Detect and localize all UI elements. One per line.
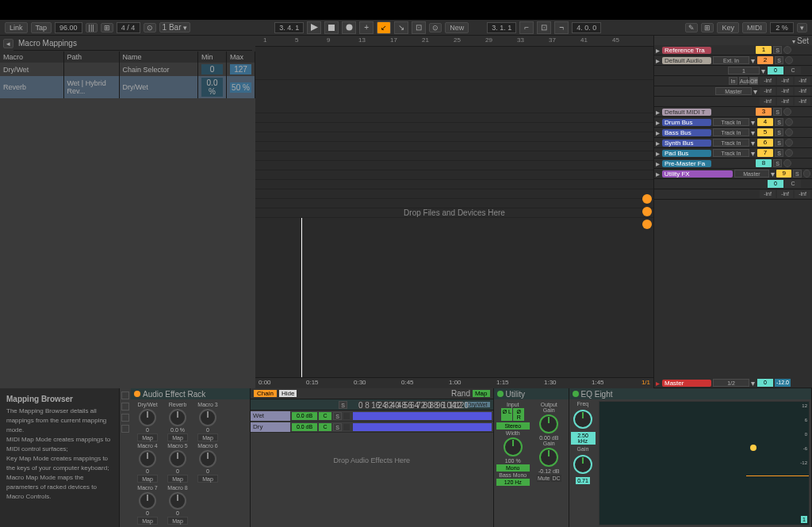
reenable-automation-icon[interactable]: ↘ [394, 21, 408, 34]
bar-ruler[interactable]: 159131721252933374145 [255, 36, 653, 47]
time-ruler[interactable]: 1/1 0:000:150:300:451:001:151:301:45 [255, 377, 653, 388]
phase-r-button[interactable]: Ø R [513, 408, 524, 421]
tap-button[interactable]: Tap [31, 22, 52, 33]
track-header[interactable]: ▸Default AudioExt. In▾2S [654, 55, 812, 66]
timesig-field[interactable]: 4 / 4 [117, 22, 140, 33]
map-button[interactable]: Map [197, 475, 218, 483]
loop-start[interactable]: 3. 1. 1 [487, 22, 516, 33]
phase-l-button[interactable]: Ø L [501, 408, 512, 421]
freq-knob[interactable] [573, 410, 592, 429]
track-header[interactable]: ▸Pad BusTrack In▾7S [654, 148, 812, 158]
macro-knob[interactable]: Macro 60Map [193, 443, 222, 483]
mixer-toggle-icon[interactable] [642, 220, 652, 229]
record-button[interactable] [342, 21, 356, 34]
map-button[interactable]: Map [137, 475, 158, 483]
metronome-icon[interactable]: ||| [86, 23, 98, 32]
chain-volume[interactable]: 0.0 dB [292, 423, 317, 431]
mute-button[interactable]: Mute [537, 475, 551, 482]
chain-hot-swap-icon[interactable] [343, 413, 350, 419]
mapping-row[interactable]: Dry/Wet Chain Selector 0 127 [0, 63, 255, 76]
chain-row[interactable]: Dry 0.0 dB C S [251, 422, 493, 433]
col-min[interactable]: Min [198, 52, 227, 63]
loop-icon[interactable]: ⊡ [537, 21, 551, 34]
io-toggle-icon[interactable] [642, 194, 652, 204]
key-map-button[interactable]: Key [717, 22, 739, 33]
rand-button[interactable]: Rand [451, 389, 470, 398]
link-button[interactable]: Link [5, 22, 28, 33]
show-chains-icon[interactable] [121, 403, 129, 411]
overdub-icon[interactable]: + [359, 21, 373, 34]
metronome-toggle-icon[interactable]: ⊙ [144, 23, 156, 32]
device-activator-icon[interactable] [573, 391, 579, 397]
track-lanes[interactable]: Klingklang Drop Files and Devices Here [255, 47, 653, 377]
gain-knob[interactable] [539, 414, 558, 433]
map-button[interactable]: Map [137, 517, 158, 525]
stereo-mode-button[interactable]: Stereo [496, 422, 530, 430]
col-max[interactable]: Max [227, 52, 255, 63]
new-button[interactable]: New [445, 22, 469, 33]
midi-map-button[interactable]: MIDI [742, 22, 767, 33]
nudge-down-icon[interactable]: ⊞ [101, 23, 113, 32]
macro-knob[interactable]: Macro 50Map [163, 443, 192, 483]
map-button[interactable]: Map [167, 433, 188, 441]
col-path[interactable]: Path [63, 52, 119, 63]
dc-button[interactable]: DC [551, 475, 561, 482]
device-title-bar[interactable]: Utility [494, 388, 569, 399]
device-title-bar[interactable]: EQ Eight [569, 388, 812, 399]
chain-hot-swap-icon[interactable] [343, 424, 350, 430]
map-button[interactable]: Map [473, 390, 490, 397]
chain-volume[interactable]: 0.0 dB [292, 412, 317, 420]
width-knob[interactable] [504, 437, 523, 456]
rack-edit-icon[interactable] [121, 425, 129, 433]
macro-knob[interactable]: Macro 70Map [133, 485, 162, 525]
show-macros-icon[interactable] [121, 391, 129, 399]
device-activator-icon[interactable] [497, 391, 504, 397]
hide-button[interactable]: Hide [279, 390, 297, 397]
returns-toggle-icon[interactable] [642, 207, 652, 216]
overload-icon[interactable]: ▾ [797, 23, 807, 32]
eq-band-selector[interactable]: 1 [801, 516, 807, 523]
col-macro[interactable]: Macro [0, 52, 63, 63]
macro-knob[interactable]: Reverb0.0 %Map [163, 402, 192, 441]
track-header[interactable]: ▸Synth BusTrack In▾6S [654, 138, 812, 148]
eq-band-handle[interactable] [750, 445, 756, 451]
punch-out-icon[interactable]: ¬ [554, 21, 569, 34]
macro-knob[interactable]: Macro 30Map [193, 402, 222, 441]
play-button[interactable] [307, 21, 321, 34]
chain-pan[interactable]: C [319, 412, 331, 420]
chain-solo-button[interactable]: S [333, 423, 342, 431]
capture-icon[interactable]: ⊡ [412, 21, 426, 34]
automation-arm-button[interactable]: ↙ [377, 21, 391, 34]
macro-knob[interactable]: Macro 80Map [163, 485, 192, 525]
freq-value[interactable]: 2.50 kHz [571, 432, 596, 445]
arrangement-view[interactable]: 159131721252933374145 Klingklang Drop Fi… [255, 36, 653, 388]
arrangement-position[interactable]: 3. 4. 1 [274, 22, 304, 33]
loop-length[interactable]: 4. 0. 0 [572, 22, 601, 33]
col-name[interactable]: Name [119, 52, 198, 63]
chain-zone[interactable] [353, 412, 492, 420]
master-track-header[interactable]: ▸ Master 1/2 ▾ 0 -12.0 [654, 378, 812, 388]
chain-zone[interactable] [353, 423, 492, 431]
punch-in-icon[interactable]: ⌐ [519, 21, 534, 34]
stop-button[interactable] [324, 21, 339, 34]
chain-row[interactable]: Wet 0.0 dB C S [251, 411, 493, 422]
session-record-icon[interactable]: ⊙ [429, 23, 442, 32]
gain-value[interactable]: 0.71 [576, 477, 590, 484]
collapse-icon[interactable]: ◂ [3, 39, 13, 48]
chain-tab[interactable]: Chain [254, 390, 277, 397]
track-header[interactable]: ▸Utility FXMaster▾9S [654, 169, 812, 179]
chain-pan[interactable]: C [319, 423, 331, 431]
keyboard-icon[interactable]: ⊞ [701, 23, 714, 32]
bassmono-freq[interactable]: 120 Hz [496, 479, 530, 486]
show-devices-icon[interactable] [121, 414, 129, 422]
macro-knob[interactable]: Dry/Wet0Map [133, 402, 162, 441]
map-button[interactable]: Map [137, 433, 158, 441]
tempo-field[interactable]: 96.00 [55, 22, 82, 33]
map-button[interactable]: Map [167, 517, 188, 525]
track-header[interactable]: ▸Pre-Master Fa8S [654, 158, 812, 169]
track-header[interactable]: ▸Drum BusTrack In▾4S [654, 117, 812, 128]
map-button[interactable]: Map [197, 433, 218, 441]
draw-mode-icon[interactable]: ✎ [685, 23, 698, 32]
device-title-bar[interactable]: Audio Effect Rack [131, 388, 250, 399]
device-activator-icon[interactable] [134, 391, 140, 397]
